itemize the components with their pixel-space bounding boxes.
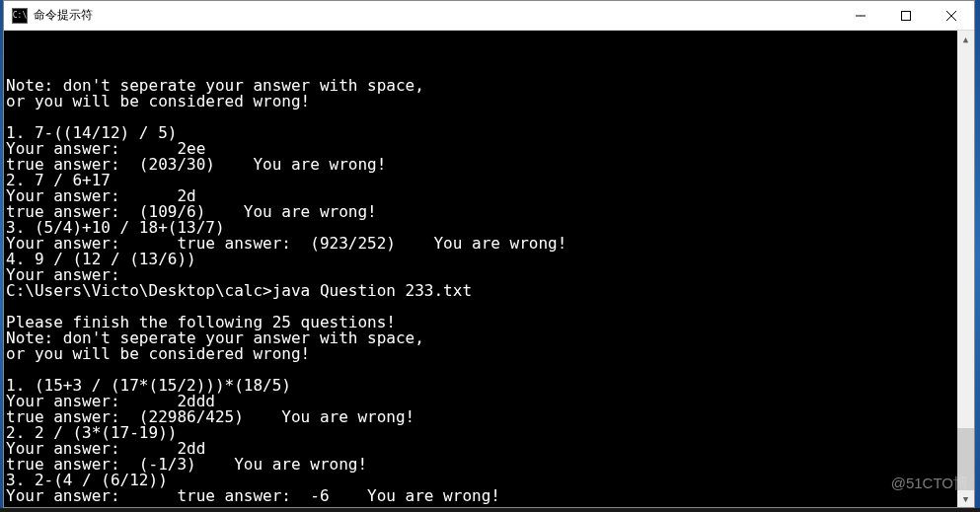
minimize-button[interactable]: [838, 1, 883, 30]
titlebar[interactable]: C:\ 命令提示符: [4, 1, 974, 31]
scroll-track[interactable]: [957, 47, 974, 490]
command-line: C:\Users\Victo\Desktop\calc>java Questio…: [6, 281, 472, 300]
command-prompt-window: C:\ 命令提示符 Note: don't seperate your answ…: [3, 0, 975, 508]
taskbar-fragment: [0, 508, 980, 512]
scroll-down-arrow[interactable]: ▼: [957, 490, 974, 507]
window-title: 命令提示符: [34, 7, 838, 24]
scroll-up-arrow[interactable]: ▲: [957, 31, 974, 47]
output-line: or you will be considered wrong!: [6, 92, 310, 110]
output-line: Your answer: true answer: -6 You are wro…: [6, 486, 500, 505]
output-line: or you will be considered wrong!: [6, 344, 310, 363]
app-icon: C:\: [12, 8, 28, 24]
scroll-thumb[interactable]: [957, 428, 974, 490]
svg-rect-1: [902, 11, 911, 20]
close-button[interactable]: [929, 1, 974, 30]
terminal-area[interactable]: Note: don't seperate your answer with sp…: [4, 31, 974, 507]
vertical-scrollbar[interactable]: ▲ ▼: [957, 31, 974, 507]
maximize-button[interactable]: [883, 1, 929, 30]
window-controls: [838, 1, 974, 30]
